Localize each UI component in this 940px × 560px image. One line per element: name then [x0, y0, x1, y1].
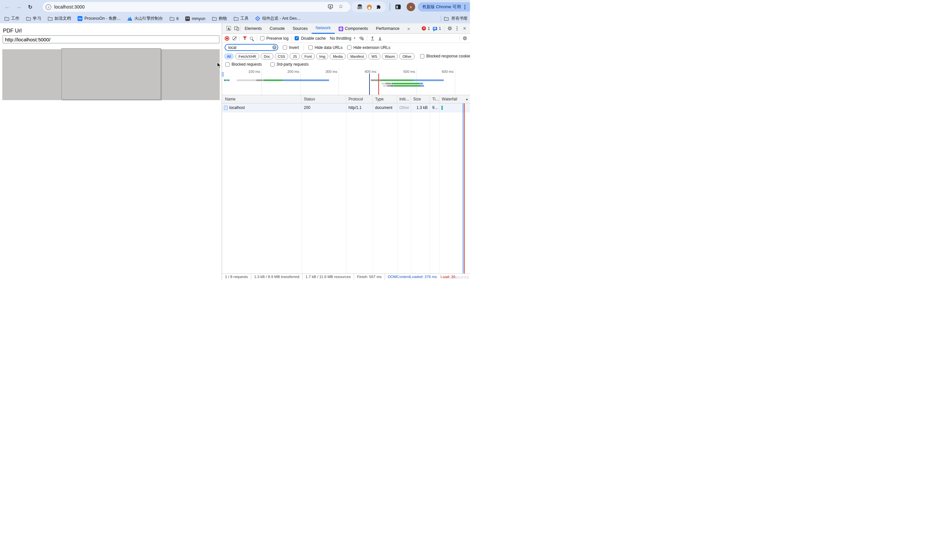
side-panel-icon[interactable]	[396, 5, 401, 9]
chip-all[interactable]: All	[224, 53, 234, 59]
network-conditions-icon[interactable]	[359, 36, 364, 40]
search-icon[interactable]	[250, 37, 253, 40]
issues-icon[interactable]	[433, 27, 437, 30]
tab-elements[interactable]: Elements	[241, 23, 266, 34]
bookmark-folder-ruliu[interactable]: 如流文档	[48, 16, 71, 22]
import-har-icon[interactable]	[370, 36, 375, 41]
export-har-icon[interactable]	[378, 36, 382, 41]
back-icon[interactable]: ←	[4, 4, 10, 10]
col-time[interactable]: Ti…	[430, 95, 439, 103]
chip-manifest[interactable]: Manifest	[347, 53, 367, 59]
disable-cache-checkbox[interactable]: Disable cache	[294, 36, 325, 41]
tab-components[interactable]: Components	[335, 23, 372, 34]
network-settings-icon[interactable]	[462, 36, 467, 41]
col-waterfall[interactable]: Waterfall▲	[439, 95, 470, 103]
devtools-close-icon[interactable]: ×	[462, 26, 467, 32]
bookmark-star-icon[interactable]: ☆	[338, 3, 343, 10]
chip-fetch-xhr[interactable]: Fetch/XHR	[236, 53, 259, 59]
blocked-requests-checkbox[interactable]: Blocked requests	[225, 62, 262, 67]
col-type[interactable]: Type	[373, 95, 397, 103]
more-tabs-icon[interactable]: »	[403, 23, 414, 34]
tab-network[interactable]: Network	[312, 23, 335, 34]
bookmark-mmyun[interactable]: mmyun	[185, 16, 205, 21]
profile-avatar[interactable]: x	[407, 3, 415, 11]
forward-icon[interactable]: →	[16, 4, 22, 10]
inspect-element-icon[interactable]	[225, 24, 233, 33]
record-network-log-icon[interactable]	[225, 36, 229, 41]
install-pwa-icon[interactable]	[328, 4, 333, 11]
extensions-puzzle-icon[interactable]	[376, 5, 381, 9]
error-badge-icon[interactable]: ×	[422, 26, 426, 31]
col-initiator[interactable]: Initi…	[397, 95, 411, 103]
bookmark-folder-shopping[interactable]: 购物	[212, 16, 227, 22]
clear-filter-icon[interactable]: ×	[272, 45, 277, 49]
bookmark-folder-work[interactable]: 工作	[4, 16, 19, 22]
folder-icon	[444, 16, 448, 21]
url-bar[interactable]: i localhost:3000	[43, 2, 350, 12]
clear-network-log-icon[interactable]	[232, 36, 236, 40]
proxy-off-extension-icon[interactable]: OFF	[357, 4, 363, 10]
col-name[interactable]: Name	[222, 95, 302, 103]
blocked-response-cookies-checkbox[interactable]: Blocked response cookies	[420, 54, 470, 58]
network-overview[interactable]: 100 ms200 ms300 ms400 ms500 ms600 ms	[222, 68, 470, 95]
bookmark-processon[interactable]: On ProcessOn - 免费…	[77, 16, 120, 22]
col-size[interactable]: Size	[411, 95, 430, 103]
bookmark-folder-6[interactable]: 6	[170, 16, 179, 21]
chip-ws[interactable]: WS	[368, 53, 380, 59]
filter-icon[interactable]	[243, 37, 247, 40]
col-protocol[interactable]: Protocol	[346, 95, 373, 103]
sort-asc-icon[interactable]: ▲	[465, 95, 468, 103]
tab-sources[interactable]: Sources	[289, 23, 312, 34]
invert-checkbox[interactable]: Invert	[283, 45, 299, 50]
devtools-settings-icon[interactable]	[447, 26, 452, 31]
third-party-requests-checkbox[interactable]: 3rd-party requests	[270, 62, 308, 67]
site-info-icon[interactable]: i	[46, 4, 51, 10]
filter-input[interactable]	[225, 44, 278, 51]
processon-icon: On	[77, 16, 82, 21]
col-status[interactable]: Status	[302, 95, 346, 103]
request-type: document	[373, 103, 397, 112]
bookmark-folder-tools[interactable]: 工具	[234, 16, 249, 22]
chip-font[interactable]: Font	[302, 53, 314, 59]
all-bookmarks[interactable]: 所有书签	[441, 14, 468, 23]
requests-table: Name Status Protocol Type Initi… Size Ti…	[222, 95, 470, 280]
dog-extension-icon[interactable]	[367, 5, 372, 9]
checkbox-checked-icon[interactable]	[294, 36, 299, 40]
browser-toolbar: ← → ↻ i localhost:3000 ☆ OFF x 有新版 Chrom…	[0, 0, 470, 14]
request-flags-row: Blocked requests 3rd-party requests	[222, 60, 470, 68]
tab-performance[interactable]: Performance	[372, 23, 404, 34]
volcengine-icon	[127, 16, 132, 21]
reload-icon[interactable]: ↻	[27, 4, 33, 10]
chip-wasm[interactable]: Wasm	[382, 53, 398, 59]
checkbox-icon[interactable]	[260, 36, 264, 40]
bookmark-folder-study[interactable]: 学习	[26, 16, 41, 22]
chip-doc[interactable]: Doc	[261, 53, 273, 59]
browser-menu-icon[interactable]	[464, 6, 465, 8]
device-toolbar-icon[interactable]	[233, 24, 240, 33]
hide-data-urls-checkbox[interactable]: Hide data URLs	[308, 45, 342, 50]
react-icon	[339, 26, 343, 31]
network-status-bar: 1 / 8 requests 1.3 kB / 8.9 MB transferr…	[222, 274, 470, 280]
web-page: PDF Url	[0, 23, 222, 280]
bookmark-volcengine[interactable]: 火山引擎控制台	[127, 16, 163, 22]
chip-js[interactable]: JS	[290, 53, 300, 59]
throttling-select[interactable]: No throttling ▼	[330, 36, 356, 41]
tab-console[interactable]: Console	[266, 23, 289, 34]
preserve-log-checkbox[interactable]: Preserve log	[260, 36, 288, 41]
bookmark-antd[interactable]: 组件总览 - Ant Des…	[255, 16, 301, 22]
chip-media[interactable]: Media	[330, 53, 345, 59]
antd-icon	[255, 16, 260, 22]
table-row[interactable]: localhost 200 http/1.1 document Other 1.…	[222, 103, 470, 112]
chrome-update-button[interactable]: 有新版 Chrome 可用	[418, 2, 470, 11]
devtools-menu-icon[interactable]	[456, 28, 458, 29]
network-toolbar: Preserve log Disable cache No throttling…	[222, 34, 470, 43]
chip-img[interactable]: Img	[316, 53, 328, 59]
url-text[interactable]: localhost:3000	[54, 4, 85, 9]
chip-css[interactable]: CSS	[275, 53, 288, 59]
mouse-cursor	[217, 62, 221, 70]
request-protocol: http/1.1	[346, 103, 373, 112]
chip-other[interactable]: Other	[399, 53, 415, 59]
hide-extension-urls-checkbox[interactable]: Hide extension URLs	[347, 45, 390, 50]
overview-handle[interactable]	[222, 72, 223, 77]
pdf-url-input[interactable]	[3, 35, 219, 43]
